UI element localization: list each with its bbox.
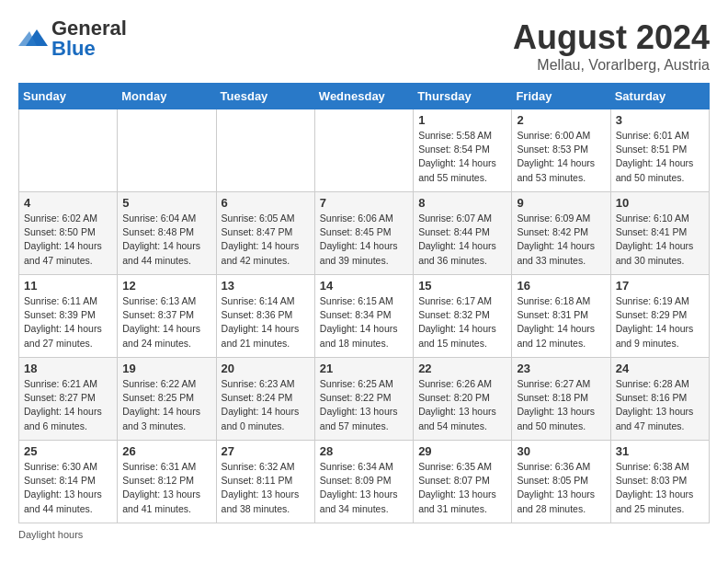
table-row: 1Sunrise: 5:58 AM Sunset: 8:54 PM Daylig… <box>414 109 512 192</box>
day-info: Sunrise: 6:00 AM Sunset: 8:53 PM Dayligh… <box>517 129 605 185</box>
day-number: 13 <box>222 279 310 293</box>
table-row: 23Sunrise: 6:27 AM Sunset: 8:18 PM Dayli… <box>512 358 610 441</box>
table-row <box>118 109 216 192</box>
day-number: 15 <box>418 279 506 293</box>
day-number: 31 <box>616 444 704 458</box>
table-row <box>19 109 118 192</box>
day-info: Sunrise: 6:36 AM Sunset: 8:05 PM Dayligh… <box>517 460 605 516</box>
table-row: 11Sunrise: 6:11 AM Sunset: 8:39 PM Dayli… <box>19 275 118 358</box>
day-number: 18 <box>24 362 112 375</box>
table-row: 28Sunrise: 6:34 AM Sunset: 8:09 PM Dayli… <box>314 441 413 523</box>
calendar-week-row: 11Sunrise: 6:11 AM Sunset: 8:39 PM Dayli… <box>19 275 710 358</box>
table-row: 6Sunrise: 6:05 AM Sunset: 8:47 PM Daylig… <box>216 192 314 275</box>
table-row: 25Sunrise: 6:30 AM Sunset: 8:14 PM Dayli… <box>19 441 118 523</box>
day-number: 9 <box>517 196 605 210</box>
table-row: 30Sunrise: 6:36 AM Sunset: 8:05 PM Dayli… <box>512 441 610 523</box>
day-info: Sunrise: 6:04 AM Sunset: 8:48 PM Dayligh… <box>122 212 210 268</box>
calendar-week-row: 18Sunrise: 6:21 AM Sunset: 8:27 PM Dayli… <box>19 358 710 441</box>
day-info: Sunrise: 6:09 AM Sunset: 8:42 PM Dayligh… <box>517 212 605 268</box>
day-number: 10 <box>616 196 704 210</box>
col-saturday: Saturday <box>610 84 709 109</box>
day-info: Sunrise: 6:11 AM Sunset: 8:39 PM Dayligh… <box>24 294 112 350</box>
table-row: 18Sunrise: 6:21 AM Sunset: 8:27 PM Dayli… <box>19 358 118 441</box>
day-info: Sunrise: 6:07 AM Sunset: 8:44 PM Dayligh… <box>418 212 506 268</box>
col-monday: Monday <box>118 84 216 109</box>
day-info: Sunrise: 6:26 AM Sunset: 8:20 PM Dayligh… <box>418 377 506 433</box>
day-number: 6 <box>222 196 310 210</box>
day-number: 4 <box>24 196 112 210</box>
day-number: 17 <box>616 279 704 293</box>
calendar-week-row: 25Sunrise: 6:30 AM Sunset: 8:14 PM Dayli… <box>19 441 710 523</box>
day-info: Sunrise: 6:02 AM Sunset: 8:50 PM Dayligh… <box>24 212 112 268</box>
logo-icon <box>18 26 48 52</box>
table-row: 4Sunrise: 6:02 AM Sunset: 8:50 PM Daylig… <box>19 192 118 275</box>
day-number: 21 <box>320 362 408 375</box>
table-row: 24Sunrise: 6:28 AM Sunset: 8:16 PM Dayli… <box>610 358 709 441</box>
table-row: 3Sunrise: 6:01 AM Sunset: 8:51 PM Daylig… <box>610 109 709 192</box>
day-number: 25 <box>24 444 112 458</box>
table-row: 21Sunrise: 6:25 AM Sunset: 8:22 PM Dayli… <box>314 358 413 441</box>
day-info: Sunrise: 6:06 AM Sunset: 8:45 PM Dayligh… <box>320 212 408 268</box>
table-row: 22Sunrise: 6:26 AM Sunset: 8:20 PM Dayli… <box>414 358 512 441</box>
calendar-table: Sunday Monday Tuesday Wednesday Thursday… <box>18 83 710 523</box>
table-row: 20Sunrise: 6:23 AM Sunset: 8:24 PM Dayli… <box>216 358 314 441</box>
day-info: Sunrise: 6:25 AM Sunset: 8:22 PM Dayligh… <box>320 377 408 433</box>
day-info: Sunrise: 6:17 AM Sunset: 8:32 PM Dayligh… <box>418 294 506 350</box>
day-info: Sunrise: 6:14 AM Sunset: 8:36 PM Dayligh… <box>222 294 310 350</box>
calendar-week-row: 1Sunrise: 5:58 AM Sunset: 8:54 PM Daylig… <box>19 109 710 192</box>
day-number: 24 <box>616 362 704 375</box>
table-row: 9Sunrise: 6:09 AM Sunset: 8:42 PM Daylig… <box>512 192 610 275</box>
day-number: 5 <box>122 196 210 210</box>
table-row: 13Sunrise: 6:14 AM Sunset: 8:36 PM Dayli… <box>216 275 314 358</box>
day-number: 3 <box>616 113 704 127</box>
day-info: Sunrise: 6:28 AM Sunset: 8:16 PM Dayligh… <box>616 377 704 433</box>
table-row: 14Sunrise: 6:15 AM Sunset: 8:34 PM Dayli… <box>314 275 413 358</box>
table-row: 8Sunrise: 6:07 AM Sunset: 8:44 PM Daylig… <box>414 192 512 275</box>
table-row: 26Sunrise: 6:31 AM Sunset: 8:12 PM Dayli… <box>118 441 216 523</box>
table-row <box>216 109 314 192</box>
day-number: 11 <box>24 279 112 293</box>
day-number: 30 <box>517 444 605 458</box>
day-info: Sunrise: 6:35 AM Sunset: 8:07 PM Dayligh… <box>418 460 506 516</box>
col-wednesday: Wednesday <box>314 84 413 109</box>
col-friday: Friday <box>512 84 610 109</box>
col-sunday: Sunday <box>19 84 118 109</box>
day-number: 7 <box>320 196 408 210</box>
footer-note: Daylight hours <box>18 529 710 540</box>
day-info: Sunrise: 6:15 AM Sunset: 8:34 PM Dayligh… <box>320 294 408 350</box>
day-number: 1 <box>418 113 506 127</box>
day-number: 29 <box>418 444 506 458</box>
day-info: Sunrise: 6:32 AM Sunset: 8:11 PM Dayligh… <box>222 460 310 516</box>
day-info: Sunrise: 6:38 AM Sunset: 8:03 PM Dayligh… <box>616 460 704 516</box>
day-number: 8 <box>418 196 506 210</box>
col-tuesday: Tuesday <box>216 84 314 109</box>
day-number: 27 <box>222 444 310 458</box>
col-thursday: Thursday <box>414 84 512 109</box>
day-info: Sunrise: 6:18 AM Sunset: 8:31 PM Dayligh… <box>517 294 605 350</box>
calendar-week-row: 4Sunrise: 6:02 AM Sunset: 8:50 PM Daylig… <box>19 192 710 275</box>
table-row: 2Sunrise: 6:00 AM Sunset: 8:53 PM Daylig… <box>512 109 610 192</box>
day-info: Sunrise: 6:21 AM Sunset: 8:27 PM Dayligh… <box>24 377 112 433</box>
title-block: August 2024 Mellau, Vorarlberg, Austria <box>513 18 710 74</box>
table-row: 17Sunrise: 6:19 AM Sunset: 8:29 PM Dayli… <box>610 275 709 358</box>
day-info: Sunrise: 6:30 AM Sunset: 8:14 PM Dayligh… <box>24 460 112 516</box>
day-info: Sunrise: 6:31 AM Sunset: 8:12 PM Dayligh… <box>122 460 210 516</box>
table-row: 15Sunrise: 6:17 AM Sunset: 8:32 PM Dayli… <box>414 275 512 358</box>
calendar-header-row: Sunday Monday Tuesday Wednesday Thursday… <box>19 84 710 109</box>
day-info: Sunrise: 6:05 AM Sunset: 8:47 PM Dayligh… <box>222 212 310 268</box>
day-number: 14 <box>320 279 408 293</box>
table-row: 19Sunrise: 6:22 AM Sunset: 8:25 PM Dayli… <box>118 358 216 441</box>
day-info: Sunrise: 6:22 AM Sunset: 8:25 PM Dayligh… <box>122 377 210 433</box>
day-info: Sunrise: 6:13 AM Sunset: 8:37 PM Dayligh… <box>122 294 210 350</box>
day-info: Sunrise: 6:27 AM Sunset: 8:18 PM Dayligh… <box>517 377 605 433</box>
logo-blue-text: Blue <box>51 37 96 60</box>
table-row: 31Sunrise: 6:38 AM Sunset: 8:03 PM Dayli… <box>610 441 709 523</box>
day-number: 22 <box>418 362 506 375</box>
table-row: 7Sunrise: 6:06 AM Sunset: 8:45 PM Daylig… <box>314 192 413 275</box>
table-row: 5Sunrise: 6:04 AM Sunset: 8:48 PM Daylig… <box>118 192 216 275</box>
day-number: 16 <box>517 279 605 293</box>
table-row: 10Sunrise: 6:10 AM Sunset: 8:41 PM Dayli… <box>610 192 709 275</box>
day-number: 23 <box>517 362 605 375</box>
table-row: 12Sunrise: 6:13 AM Sunset: 8:37 PM Dayli… <box>118 275 216 358</box>
page-header: General Blue August 2024 Mellau, Vorarlb… <box>18 18 710 74</box>
